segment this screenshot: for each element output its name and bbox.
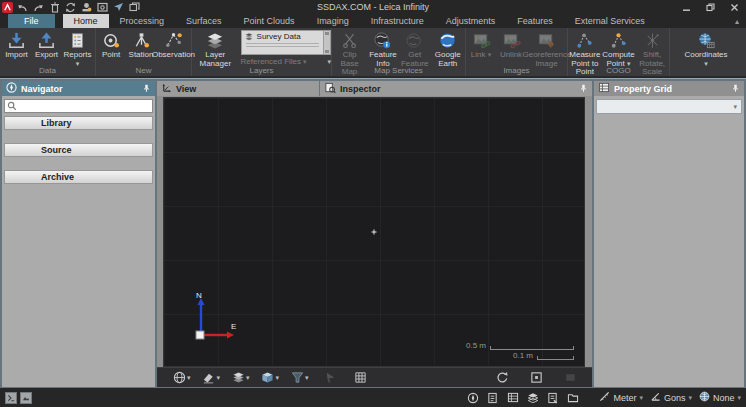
- gallery-dropdown-icon[interactable]: ▾: [327, 58, 331, 65]
- tab-file[interactable]: File: [8, 14, 55, 28]
- pin-icon[interactable]: [142, 84, 151, 93]
- send-button[interactable]: [112, 1, 125, 13]
- tab-features[interactable]: Features: [506, 14, 564, 28]
- status-bar-right: Meter ▾ Gons ▾ None ▾: [466, 391, 741, 404]
- eraser-tool-button[interactable]: [201, 370, 217, 386]
- stamp-button[interactable]: [80, 1, 93, 13]
- pin-icon[interactable]: [731, 84, 740, 93]
- navigator-section-archive[interactable]: Archive: [4, 170, 153, 184]
- close-button[interactable]: [722, 0, 746, 14]
- view-3d-cube-button[interactable]: [260, 370, 276, 386]
- property-grid-header[interactable]: Property Grid: [594, 81, 744, 96]
- tab-adjustments[interactable]: Adjustments: [435, 14, 507, 28]
- layers-gallery[interactable]: Survey Data: [241, 30, 331, 55]
- navigator-title: Navigator: [21, 84, 63, 94]
- compute-point-button[interactable]: Compute Point ▾: [602, 30, 636, 68]
- gallery-scroll-up[interactable]: [325, 32, 329, 35]
- new-window-button[interactable]: [128, 1, 141, 13]
- import-button[interactable]: Import: [1, 30, 31, 60]
- inspector-header[interactable]: Inspector: [320, 81, 592, 96]
- layer-item-label: Survey Data: [257, 32, 301, 41]
- restore-button[interactable]: [698, 0, 722, 14]
- link-image-button[interactable]: Link ▾: [466, 30, 496, 60]
- zoom-extents-button[interactable]: [528, 370, 544, 386]
- navigator-panel-toggle-icon[interactable]: [466, 391, 479, 404]
- button-label: Point: [102, 51, 120, 60]
- search-input[interactable]: [19, 100, 152, 112]
- collapse-ribbon-icon[interactable]: ▴: [735, 14, 739, 28]
- export-button[interactable]: Export: [31, 30, 61, 60]
- globe-icon: [699, 391, 710, 404]
- dropdown-arrow-icon[interactable]: ▾: [246, 374, 250, 381]
- layers-visibility-button[interactable]: [230, 370, 246, 386]
- layers-gallery-column: Survey Data Referenced Files ▾ ▾: [241, 30, 331, 67]
- reset-rotation-button[interactable]: [494, 370, 510, 386]
- unlink-image-button[interactable]: Unlink: [496, 30, 526, 60]
- property-grid-object-select[interactable]: ▾: [596, 99, 742, 114]
- navigator-section-source[interactable]: Source: [4, 143, 153, 157]
- feature-info-button[interactable]: Feature Info: [367, 30, 399, 68]
- tab-point-clouds[interactable]: Point Clouds: [233, 14, 306, 28]
- minimize-button[interactable]: [674, 0, 698, 14]
- layer-manager-button[interactable]: Layer Manager: [192, 30, 239, 68]
- navigator-section-library[interactable]: Library: [4, 116, 153, 130]
- coordinate-system-select[interactable]: None ▾: [699, 391, 741, 404]
- property-grid-title: Property Grid: [614, 84, 672, 94]
- search-icon: [5, 97, 19, 115]
- redo-button[interactable]: [32, 1, 45, 13]
- background-map-button[interactable]: [171, 370, 187, 386]
- map-canvas[interactable]: N E 0.5 m 0.1 m: [163, 97, 585, 367]
- view-toolbar-right: [494, 370, 578, 386]
- get-feature-button[interactable]: Get Feature: [399, 30, 431, 68]
- gallery-scroll-down[interactable]: [325, 50, 329, 53]
- undo-button[interactable]: [16, 1, 29, 13]
- new-point-button[interactable]: Point: [96, 30, 126, 60]
- sync-button[interactable]: [64, 1, 77, 13]
- measure-point-to-point-icon: [575, 30, 594, 50]
- navigator-header[interactable]: Navigator: [2, 81, 155, 96]
- tab-home[interactable]: Home: [63, 14, 109, 28]
- project-folder-icon[interactable]: [566, 391, 579, 404]
- layer-item[interactable]: Survey Data: [244, 32, 321, 41]
- dropdown-arrow-icon[interactable]: ▾: [217, 374, 221, 381]
- tab-processing[interactable]: Processing: [109, 14, 176, 28]
- property-grid-panel: Property Grid ▾: [594, 81, 744, 387]
- tab-surfaces[interactable]: Surfaces: [175, 14, 233, 28]
- property-grid-panel-toggle-icon[interactable]: [506, 391, 519, 404]
- layers-panel-toggle-icon[interactable]: [526, 391, 539, 404]
- dropdown-arrow-icon[interactable]: ▾: [187, 374, 191, 381]
- tab-external-services[interactable]: External Services: [564, 14, 656, 28]
- app-logo-icon[interactable]: [2, 2, 13, 13]
- filter-button[interactable]: [289, 370, 305, 386]
- gallery-scrollbar[interactable]: [323, 31, 330, 54]
- inspector-panel-toggle-icon[interactable]: [486, 391, 499, 404]
- get-feature-icon: [405, 30, 424, 50]
- google-earth-button[interactable]: Google Earth: [431, 30, 465, 68]
- new-observation-button[interactable]: Observation: [156, 30, 191, 60]
- coordinates-button[interactable]: Coordinates ▾: [682, 30, 729, 67]
- view-header[interactable]: View: [157, 81, 319, 96]
- group-label: Images: [466, 66, 567, 75]
- scale-bar-major: 0.5 m: [466, 342, 574, 350]
- distance-unit-select[interactable]: Meter ▾: [599, 391, 643, 404]
- tab-imaging[interactable]: Imaging: [306, 14, 360, 28]
- shift-rotate-scale-icon: [643, 30, 662, 50]
- dropdown-arrow-icon[interactable]: ▾: [305, 374, 309, 381]
- scale-minor-bar: [537, 356, 574, 360]
- command-line-button[interactable]: [5, 392, 17, 404]
- fullscreen-button[interactable]: [562, 370, 578, 386]
- reports-panel-toggle-icon[interactable]: [546, 391, 559, 404]
- pin-icon[interactable]: [579, 84, 588, 93]
- navigator-search[interactable]: [4, 99, 153, 113]
- inspector-title: Inspector: [340, 84, 381, 94]
- dropdown-arrow-icon[interactable]: ▾: [276, 374, 280, 381]
- delete-button[interactable]: [48, 1, 61, 13]
- grid-toggle-button[interactable]: [353, 370, 369, 386]
- tab-infrastructure[interactable]: Infrastructure: [360, 14, 435, 28]
- archive-box-button[interactable]: [96, 1, 109, 13]
- georeference-image-button[interactable]: Georeference Image: [526, 30, 567, 68]
- dropdown-arrow-icon: ▾: [488, 51, 492, 58]
- angle-unit-select[interactable]: Gons ▾: [650, 391, 692, 404]
- snapshot-button[interactable]: [20, 392, 32, 404]
- reports-button[interactable]: Reports ▾: [61, 30, 93, 67]
